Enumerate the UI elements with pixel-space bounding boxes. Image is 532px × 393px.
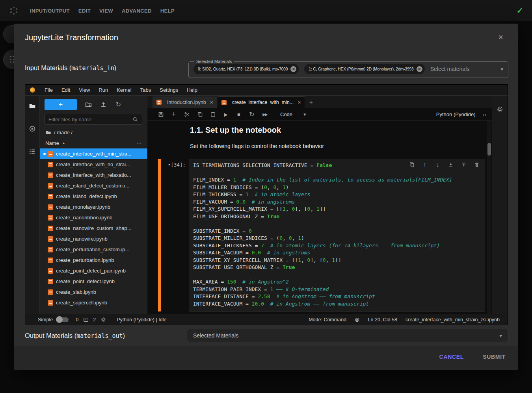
mode-indicator[interactable]: Mode: Command: [309, 317, 346, 323]
move-cell-up-icon[interactable]: ↑: [422, 161, 428, 168]
jupyter-menu-item[interactable]: Kernel: [112, 85, 136, 95]
column-menu-icon[interactable]: ⋯: [136, 140, 141, 146]
confirm-check-icon[interactable]: ✓: [516, 6, 523, 15]
topbar-menu-item[interactable]: VIEW: [99, 6, 113, 15]
kernel-count[interactable]: 0: [76, 317, 78, 323]
jupyter-menubar: FileEditViewRunKernelTabsSettingsHelp: [25, 85, 508, 96]
submit-button[interactable]: SUBMIT: [483, 354, 506, 360]
tab-close-icon[interactable]: ×: [210, 99, 213, 106]
move-cell-down-icon[interactable]: ↓: [435, 161, 441, 168]
tab-close-icon[interactable]: ×: [298, 99, 301, 106]
jupyter-menu-items: FileEditViewRunKernelTabsSettingsHelp: [40, 85, 202, 95]
file-row[interactable]: create_slab.ipynb: [40, 287, 147, 297]
breadcrumb-path[interactable]: / made /: [54, 130, 73, 135]
kernel-status-text[interactable]: Python (Pyodide) | Idle: [117, 317, 166, 323]
code-line: FILM_THICKNESS = 1 # in atomic layers: [193, 191, 481, 198]
file-row[interactable]: create_nanowire.ipynb: [40, 234, 147, 244]
new-folder-icon[interactable]: [85, 101, 92, 108]
cancel-button[interactable]: CANCEL: [439, 354, 464, 360]
code-cell[interactable]: •[34]: IS_TERMINATIONS_SELECTION_INTERAC…: [147, 159, 492, 311]
insert-cell-above-icon[interactable]: [461, 161, 467, 168]
materials-select-placeholder[interactable]: Select materials: [430, 66, 470, 72]
file-row[interactable]: create_point_defect.ipynb: [40, 276, 147, 287]
materials-dropdown-caret-icon[interactable]: ▾: [500, 66, 503, 72]
chip-delete-icon[interactable]: ×: [290, 66, 296, 72]
file-row[interactable]: create_supercell.ipynb: [40, 297, 147, 308]
file-row[interactable]: create_interface_with_relaxatio...: [40, 170, 147, 180]
simple-mode-toggle[interactable]: [57, 317, 69, 322]
duplicate-cell-icon[interactable]: [409, 161, 415, 168]
output-materials-select[interactable]: Selected Materials ▾: [187, 329, 508, 342]
notebook-file-icon: [48, 236, 53, 242]
topbar-menu-item[interactable]: ADVANCED: [122, 6, 152, 15]
running-sessions-icon[interactable]: [29, 125, 36, 132]
markdown-paragraph: Set the following flags to control the n…: [190, 143, 492, 149]
selected-materials-field[interactable]: Selected Materials 0: SiO2, Quartz, HEX …: [188, 59, 508, 78]
scrollbar-thumb[interactable]: [487, 143, 491, 156]
jupyter-menu-item[interactable]: Tabs: [136, 85, 155, 95]
copy-icon[interactable]: [197, 111, 203, 118]
refresh-icon[interactable]: ↻: [115, 101, 122, 108]
cut-icon[interactable]: [184, 111, 190, 118]
file-row[interactable]: create_interface_with_min_stra...: [40, 148, 147, 159]
grip-dots-icon: [10, 56, 11, 57]
file-row[interactable]: create_nanowire_custom_shap...: [40, 223, 147, 234]
file-row[interactable]: create_perturbation_custom.ip...: [40, 244, 147, 255]
save-icon[interactable]: [158, 111, 164, 118]
jupyter-menu-item[interactable]: Help: [182, 85, 202, 95]
jupyter-menu-item[interactable]: Edit: [57, 85, 74, 95]
cursor-position[interactable]: Ln 20, Col 58: [368, 317, 397, 323]
filter-files-input[interactable]: [48, 117, 132, 122]
file-row[interactable]: create_nanoribbon.ipynb: [40, 212, 147, 223]
code-line: SUBSTRATE_INDEX = 0: [193, 228, 481, 235]
file-browser-tab-icon[interactable]: [29, 102, 36, 109]
file-row[interactable]: create_perturbation.ipynb: [40, 255, 147, 265]
material-chip[interactable]: 0: SiO2, Quartz, HEX (P3_121) 3D (Bulk),…: [193, 64, 299, 74]
notebook-file-icon: [48, 279, 53, 284]
material-chip[interactable]: 1: C, Graphene, HEX (P6/mmm) 2D (Monolay…: [304, 64, 424, 74]
upload-icon[interactable]: [100, 101, 107, 108]
delete-cell-icon[interactable]: [474, 161, 480, 168]
notebook-file-icon: [48, 151, 53, 157]
new-tab-button[interactable]: +: [305, 96, 317, 108]
jupyter-menu-item[interactable]: View: [74, 85, 94, 95]
file-list-header[interactable]: Name ▲ ⋯: [40, 138, 147, 148]
insert-cell-below-icon[interactable]: [448, 161, 454, 168]
jupyterlab-panel: FileEditViewRunKernelTabsSettingsHelp: [25, 84, 508, 325]
kernel-name[interactable]: Python (Pyodide): [436, 111, 476, 117]
output-label-code: materials_out: [76, 332, 123, 339]
terminal-count[interactable]: 2: [93, 317, 96, 323]
new-launcher-button[interactable]: +: [45, 99, 77, 110]
paste-icon[interactable]: [210, 111, 216, 118]
file-row[interactable]: create_monolayer.ipynb: [40, 202, 147, 212]
kernel-status-icon[interactable]: ○: [483, 111, 486, 118]
code-editor[interactable]: IS_TERMINATIONS_SELECTION_INTERACTIVE = …: [189, 159, 485, 311]
file-row[interactable]: create_island_defect_custom.i...: [40, 180, 147, 191]
jupyter-menu-item[interactable]: Settings: [155, 85, 182, 95]
kernel-gear-icon[interactable]: [100, 317, 106, 323]
cell-type-select[interactable]: Code ▾: [280, 111, 306, 117]
jupyter-menu-item[interactable]: Run: [94, 85, 112, 95]
topbar-menu-item[interactable]: EDIT: [78, 6, 91, 15]
file-row[interactable]: create_interface_with_no_strai...: [40, 159, 147, 170]
restart-run-all-icon[interactable]: ▶▶: [262, 111, 268, 118]
chip-delete-icon[interactable]: ×: [417, 66, 422, 72]
table-of-contents-icon[interactable]: [29, 148, 36, 155]
dialog-close-icon[interactable]: ×: [498, 33, 503, 42]
tab-create-interface[interactable]: create_interface_with_min... ×: [218, 96, 305, 108]
insert-cell-icon[interactable]: +: [171, 111, 177, 118]
run-cell-icon[interactable]: ▶: [223, 111, 229, 118]
tab-label: create_interface_with_min...: [232, 100, 294, 105]
folder-icon[interactable]: [45, 130, 51, 135]
topbar-menu-item[interactable]: HELP: [160, 6, 175, 15]
name-column-label[interactable]: Name: [45, 140, 59, 146]
file-row[interactable]: create_point_defect_pair.ipynb: [40, 265, 147, 276]
restart-kernel-icon[interactable]: ↻: [249, 111, 255, 118]
tab-introduction[interactable]: Introduction.ipynb ×: [153, 96, 218, 108]
topbar-menu-item[interactable]: INPUT/OUTPUT: [30, 6, 70, 15]
interrupt-kernel-icon[interactable]: ■: [236, 111, 242, 118]
jupyter-menu-item[interactable]: File: [40, 85, 57, 95]
file-row[interactable]: create_island_defect.ipynb: [40, 191, 147, 202]
file-name: create_nanowire_custom_shap...: [56, 225, 132, 231]
property-inspector-gear-icon[interactable]: [497, 106, 503, 113]
